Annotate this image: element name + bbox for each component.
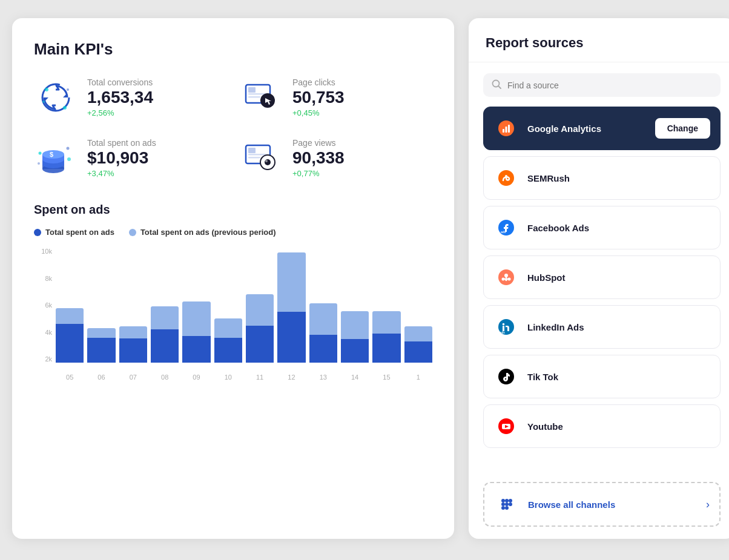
source-item-youtube[interactable]: Youtube	[483, 404, 721, 448]
svg-point-42	[502, 278, 505, 281]
source-name-tiktok: Tik Tok	[527, 372, 710, 382]
report-sources-panel: Report sources Google AnalyticsChange SE…	[469, 18, 729, 539]
svg-rect-8	[248, 87, 256, 93]
bar-group-09	[182, 248, 210, 363]
chart-bars	[56, 248, 432, 363]
svg-rect-35	[508, 125, 510, 133]
bar-top-15	[372, 311, 400, 334]
source-item-tiktok[interactable]: Tik Tok	[483, 355, 721, 398]
bar-top-12	[277, 252, 305, 312]
y-label-8k: 8k	[34, 275, 52, 282]
bar-bottom-10	[214, 338, 242, 363]
bar-top-13	[309, 303, 337, 335]
svg-point-53	[505, 499, 509, 502]
svg-text:$: $	[50, 151, 53, 158]
conversions-icon	[34, 76, 78, 119]
svg-marker-2	[44, 97, 48, 102]
source-name-youtube: Youtube	[527, 421, 710, 432]
sources-list: Google AnalyticsChange SEMRush ads Faceb…	[469, 104, 729, 477]
svg-point-5	[42, 100, 45, 103]
svg-point-55	[501, 502, 505, 506]
y-label-6k: 6k	[34, 301, 52, 309]
x-label-12: 12	[277, 374, 305, 381]
legend-current-label: Total spent on ads	[45, 228, 114, 237]
source-item-facebook-ads[interactable]: ads Facebook Ads	[483, 206, 721, 249]
bar-group-06	[87, 248, 115, 363]
bar-bottom-08	[151, 329, 179, 363]
bar-bottom-1	[404, 341, 432, 363]
svg-point-20	[39, 152, 42, 155]
x-label-13: 13	[309, 374, 337, 381]
x-label-1: 1	[404, 374, 432, 381]
tiktok-logo	[493, 364, 519, 389]
kpi-conversions-change: +2,56%	[87, 108, 153, 117]
kpi-clicks-label: Page clicks	[292, 77, 345, 87]
y-label-2k: 2k	[34, 355, 52, 363]
bar-top-09	[182, 301, 210, 336]
search-icon	[492, 79, 501, 91]
search-input[interactable]	[507, 81, 712, 90]
bar-bottom-07	[119, 338, 147, 363]
source-name-facebook-ads: Facebook Ads	[527, 223, 710, 233]
y-label-4k: 4k	[34, 329, 52, 336]
legend-previous-dot	[129, 229, 136, 236]
source-item-google-analytics[interactable]: Google AnalyticsChange	[483, 107, 721, 150]
svg-rect-34	[506, 127, 507, 133]
change-button-google-analytics[interactable]: Change	[655, 118, 710, 139]
bar-top-11	[246, 294, 274, 325]
bar-top-07	[119, 326, 147, 338]
bar-group-08	[151, 248, 179, 363]
browse-all-button[interactable]: Browse all channels ›	[483, 482, 721, 527]
kpi-page-views: Page views 90,338 +0,77%	[239, 136, 432, 180]
facebook-logo: ads	[493, 215, 519, 240]
kpi-clicks-change: +0,45%	[292, 108, 345, 117]
source-name-google-analytics: Google Analytics	[527, 124, 647, 134]
source-item-linkedin-ads[interactable]: ads LinkedIn Ads	[483, 305, 721, 349]
x-label-10: 10	[214, 374, 242, 381]
svg-point-30	[265, 160, 268, 162]
svg-rect-10	[248, 96, 260, 98]
bar-group-14	[341, 248, 369, 363]
bar-top-14	[341, 311, 369, 339]
x-label-06: 06	[87, 374, 115, 381]
kpi-page-clicks: Page clicks 50,753 +0,45%	[239, 76, 432, 119]
svg-point-6	[67, 88, 69, 91]
source-item-hubspot[interactable]: HubSpot	[483, 255, 721, 299]
bar-group-13	[309, 248, 337, 363]
svg-point-43	[508, 278, 511, 281]
bar-bottom-09	[182, 336, 210, 363]
kpi-page-views-text: Page views 90,338 +0,77%	[292, 138, 345, 179]
svg-point-56	[505, 502, 509, 506]
bar-top-08	[151, 306, 179, 330]
search-bar[interactable]	[483, 73, 721, 97]
chart-legend: Total spent on ads Total spent on ads (p…	[34, 228, 432, 237]
bar-top-1	[404, 326, 432, 341]
x-label-14: 14	[341, 374, 369, 381]
legend-previous: Total spent on ads (previous period)	[129, 228, 276, 237]
bar-bottom-15	[372, 334, 400, 363]
bar-bottom-14	[341, 339, 369, 363]
source-name-hubspot: HubSpot	[527, 272, 710, 283]
kpi-conversions-value: 1,653,34	[87, 88, 153, 107]
semrush-logo	[493, 165, 519, 191]
svg-point-59	[505, 506, 509, 510]
svg-point-21	[67, 147, 70, 150]
views-icon	[239, 136, 283, 180]
source-name-semrush: SEMRush	[527, 173, 710, 183]
x-label-11: 11	[246, 374, 274, 381]
source-item-semrush[interactable]: SEMRush	[483, 156, 721, 200]
bar-bottom-11	[246, 326, 274, 363]
bar-bottom-13	[309, 335, 337, 363]
svg-point-22	[38, 162, 40, 165]
svg-point-4	[63, 106, 67, 110]
x-label-05: 05	[56, 374, 84, 381]
main-title: Main KPI's	[34, 40, 432, 59]
svg-marker-1	[63, 93, 67, 97]
svg-point-37	[505, 175, 507, 177]
chart-area: 2k 4k 6k 8k 10k 05060708091011121314151	[34, 248, 432, 381]
y-label-10k: 10k	[34, 248, 52, 255]
kpi-spent-value: $10,903	[87, 149, 156, 168]
chart-y-labels: 2k 4k 6k 8k 10k	[34, 248, 52, 363]
bar-group-05	[56, 248, 84, 363]
chart-x-labels: 05060708091011121314151	[56, 374, 432, 381]
